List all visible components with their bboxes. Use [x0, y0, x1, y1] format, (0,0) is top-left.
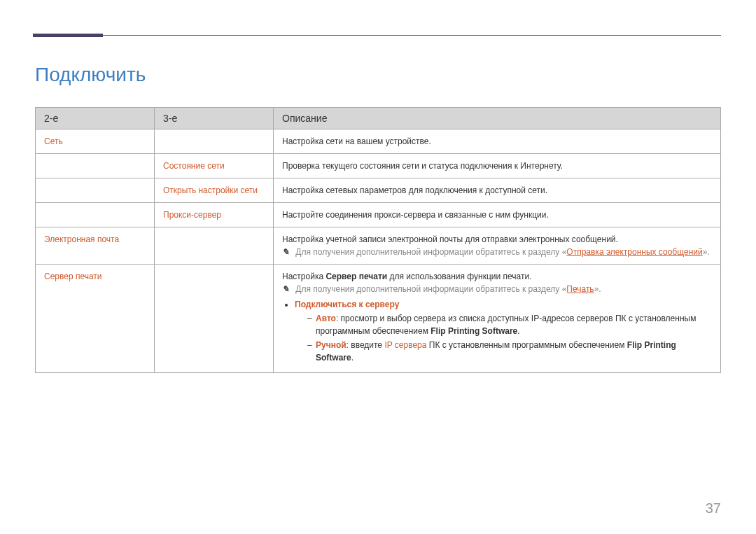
header-accent	[33, 34, 103, 37]
label-printserver: Сервер печати	[44, 272, 102, 281]
page-title: Подключить	[35, 64, 721, 86]
desc-status: Проверка текущего состояния сети и стату…	[274, 154, 721, 178]
th-desc: Описание	[274, 108, 721, 129]
connect-server-label: Подключиться к серверу	[295, 300, 399, 309]
row-open: Открыть настройки сети Настройка сетевых…	[36, 178, 721, 203]
th-3e: 3-е	[155, 108, 274, 129]
desc-email: Настройка учетной записи электронной поч…	[282, 233, 713, 246]
item-auto: Авто: просмотр и выбор сервера из списка…	[307, 312, 713, 337]
link-email-send[interactable]: Отправка электронных сообщений	[566, 247, 702, 257]
note-icon: ✎	[282, 283, 290, 295]
page-number: 37	[706, 500, 721, 517]
connect-list: Подключиться к серверу Авто: просмотр и …	[282, 298, 713, 364]
label-open: Открыть настройки сети	[163, 185, 258, 195]
row-printserver: Сервер печати Настройка Сервер печати дл…	[36, 265, 721, 373]
note-email-text: Для получения дополнительной информации …	[295, 247, 709, 257]
label-email: Электронная почта	[44, 234, 119, 244]
header-rule	[33, 35, 721, 36]
label-status: Состояние сети	[163, 161, 225, 171]
note-icon: ✎	[282, 246, 290, 258]
desc-proxy: Настройте соединения прокси-сервера и св…	[274, 203, 721, 227]
note-printserver-text: Для получения дополнительной информации …	[295, 284, 601, 294]
note-email: ✎ Для получения дополнительной информаци…	[282, 246, 713, 258]
item-manual: Ручной: введите IP сервера ПК с установл…	[307, 339, 713, 364]
link-print[interactable]: Печать	[566, 284, 594, 294]
row-email: Электронная почта Настройка учетной запи…	[36, 227, 721, 265]
th-2e: 2-е	[36, 108, 155, 129]
desc-network: Настройка сети на вашем устройстве.	[274, 129, 721, 154]
settings-table: 2-е 3-е Описание Сеть Настройка сети на …	[35, 107, 721, 373]
row-proxy: Прокси-сервер Настройте соединения прокс…	[36, 203, 721, 227]
label-proxy: Прокси-сервер	[163, 210, 221, 220]
desc-printserver: Настройка Сервер печати для использовани…	[282, 270, 713, 283]
label-network: Сеть	[44, 136, 63, 146]
desc-open: Настройка сетевых параметров для подключ…	[274, 178, 721, 203]
note-printserver: ✎ Для получения дополнительной информаци…	[282, 283, 713, 295]
row-status: Состояние сети Проверка текущего состоян…	[36, 154, 721, 178]
row-network: Сеть Настройка сети на вашем устройстве.	[36, 129, 721, 154]
